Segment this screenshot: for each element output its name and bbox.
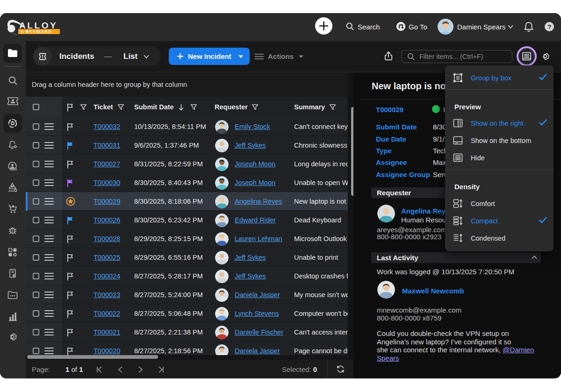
svg-text:?: ? [547,23,551,30]
svg-text:ALLOY: ALLOY [19,21,58,30]
svg-text:S: S [21,29,25,34]
svg-text:FTWARE: FTWARE [29,29,52,34]
svg-text:B: B [14,274,15,277]
